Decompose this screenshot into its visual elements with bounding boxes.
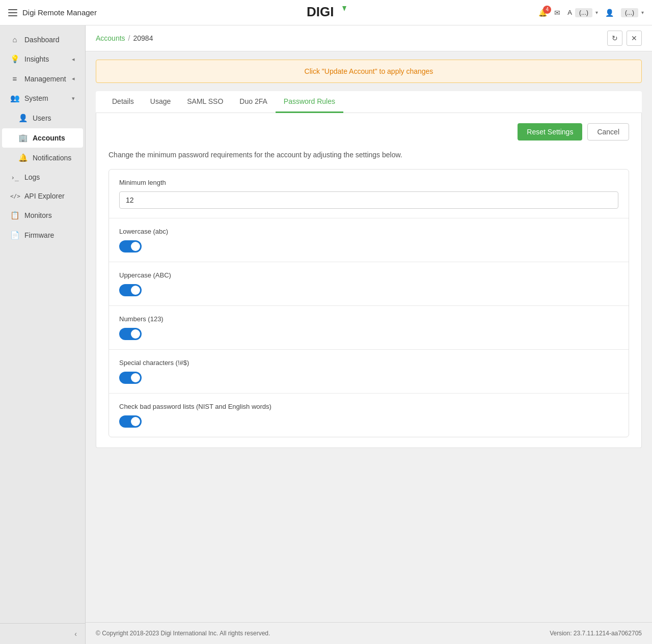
account-dropdown[interactable]: (...) xyxy=(575,8,592,17)
tab-usage[interactable]: Usage xyxy=(142,91,179,113)
notification-badge: 4 xyxy=(543,6,551,14)
account-initial: A xyxy=(567,9,572,16)
header-right: 🔔 4 ✉ A (...) ▾ 👤 (...) ▾ xyxy=(538,8,644,17)
sidebar-item-logs[interactable]: ›_ Logs xyxy=(2,168,83,186)
tab-details[interactable]: Details xyxy=(104,91,142,113)
footer-copyright: © Copyright 2018-2023 Digi International… xyxy=(96,630,270,637)
refresh-button[interactable]: ↻ xyxy=(607,31,622,46)
update-banner: Click "Update Account" to apply changes xyxy=(96,60,642,83)
sidebar-label-dashboard: Dashboard xyxy=(24,36,60,44)
user-name[interactable]: (...) xyxy=(621,8,638,17)
menu-icon[interactable] xyxy=(8,9,17,16)
firmware-icon: 📄 xyxy=(10,231,19,240)
numbers-label: Numbers (123) xyxy=(119,315,618,323)
uppercase-slider xyxy=(119,284,142,296)
uppercase-label: Uppercase (ABC) xyxy=(119,271,618,279)
sidebar-item-firmware[interactable]: 📄 Firmware xyxy=(2,226,83,245)
user-profile-icon[interactable]: 👤 xyxy=(605,9,614,17)
tab-duo-2fa[interactable]: Duo 2FA xyxy=(231,91,275,113)
notifications-bell-icon[interactable]: 🔔 4 xyxy=(538,9,547,17)
setting-lowercase: Lowercase (abc) xyxy=(109,218,629,262)
special-chars-toggle[interactable] xyxy=(119,372,142,384)
sidebar-item-management[interactable]: ≡ Management ◂ xyxy=(2,69,83,88)
sidebar-item-monitors[interactable]: 📋 Monitors xyxy=(2,206,83,225)
tab-password-rules[interactable]: Password Rules xyxy=(276,91,343,113)
reset-settings-button[interactable]: Reset Settings xyxy=(518,123,582,141)
system-arrow-icon: ▾ xyxy=(72,95,75,102)
action-row: Reset Settings Cancel xyxy=(108,123,629,141)
close-button[interactable]: ✕ xyxy=(627,31,642,46)
numbers-toggle[interactable] xyxy=(119,328,142,340)
sidebar-item-insights[interactable]: 💡 Insights ◂ xyxy=(2,49,83,69)
collapse-icon: ‹ xyxy=(74,630,77,638)
setting-special-chars: Special characters (!#$) xyxy=(109,350,629,394)
lowercase-toggle[interactable] xyxy=(119,240,142,253)
sidebar: ⌂ Dashboard 💡 Insights ◂ ≡ Management ◂ … xyxy=(0,25,86,644)
setting-min-length: Minimum length xyxy=(109,170,629,218)
insights-icon: 💡 xyxy=(10,54,19,64)
sidebar-item-accounts[interactable]: 🏢 Accounts xyxy=(2,128,83,148)
breadcrumb-current-page: 20984 xyxy=(133,34,153,42)
account-selector[interactable]: A (...) ▾ xyxy=(567,8,598,17)
breadcrumb-accounts-link[interactable]: Accounts xyxy=(96,34,125,42)
min-length-input[interactable] xyxy=(119,191,618,209)
sidebar-label-monitors: Monitors xyxy=(24,211,52,219)
bad-password-slider xyxy=(119,415,142,428)
svg-text:DIGI: DIGI xyxy=(307,4,334,19)
sidebar-item-api-explorer[interactable]: </> API Explorer xyxy=(2,187,83,205)
logo: DIGI xyxy=(306,4,346,21)
account-chevron-icon: ▾ xyxy=(595,10,598,15)
sidebar-label-insights: Insights xyxy=(24,55,49,63)
lowercase-label: Lowercase (abc) xyxy=(119,228,618,235)
monitors-icon: 📋 xyxy=(10,211,19,220)
banner-text: Click "Update Account" to apply changes xyxy=(305,67,433,75)
logs-icon: ›_ xyxy=(10,174,19,181)
setting-uppercase: Uppercase (ABC) xyxy=(109,262,629,306)
footer-version: Version: 23.7.11.1214-aa7062705 xyxy=(550,630,642,637)
sidebar-label-firmware: Firmware xyxy=(24,231,54,239)
bad-password-label: Check bad password lists (NIST and Engli… xyxy=(119,403,618,410)
sidebar-item-notifications[interactable]: 🔔 Notifications xyxy=(2,148,83,167)
setting-bad-password: Check bad password lists (NIST and Engli… xyxy=(109,394,629,437)
sidebar-item-system[interactable]: 👥 System ▾ xyxy=(2,89,83,108)
insights-arrow-icon: ◂ xyxy=(72,56,75,63)
mail-icon[interactable]: ✉ xyxy=(554,9,560,17)
main-layout: ⌂ Dashboard 💡 Insights ◂ ≡ Management ◂ … xyxy=(0,25,652,644)
dashboard-icon: ⌂ xyxy=(10,35,19,44)
tab-saml-sso[interactable]: SAML SSO xyxy=(179,91,231,113)
sidebar-label-logs: Logs xyxy=(24,173,40,181)
system-icon: 👥 xyxy=(10,94,19,103)
svg-marker-1 xyxy=(342,6,346,11)
sidebar-item-dashboard[interactable]: ⌂ Dashboard xyxy=(2,30,83,49)
management-icon: ≡ xyxy=(10,74,19,83)
sidebar-label-api-explorer: API Explorer xyxy=(24,192,65,200)
cancel-button[interactable]: Cancel xyxy=(587,123,629,141)
lowercase-slider xyxy=(119,240,142,253)
sidebar-label-system: System xyxy=(24,94,48,102)
bad-password-toggle[interactable] xyxy=(119,415,142,428)
sidebar-label-accounts: Accounts xyxy=(33,134,65,142)
tabs-bar: Details Usage SAML SSO Duo 2FA Password … xyxy=(96,91,642,113)
user-chevron-icon: ▾ xyxy=(641,10,644,15)
breadcrumb-separator: / xyxy=(128,34,130,42)
sidebar-label-management: Management xyxy=(24,75,66,83)
sidebar-item-users[interactable]: 👤 Users xyxy=(2,108,83,128)
top-header: Digi Remote Manager DIGI 🔔 4 ✉ A (...) ▾… xyxy=(0,0,652,25)
sidebar-collapse-btn[interactable]: ‹ xyxy=(0,623,85,644)
users-icon: 👤 xyxy=(18,114,28,123)
user-account-dropdown[interactable]: (...) ▾ xyxy=(621,8,644,17)
breadcrumb: Accounts / 20984 ↻ ✕ xyxy=(86,25,652,51)
description-text: Change the minimum password requirements… xyxy=(108,151,629,159)
content-area: Accounts / 20984 ↻ ✕ Click "Update Accou… xyxy=(86,25,652,644)
page-footer: © Copyright 2018-2023 Digi International… xyxy=(86,622,652,644)
form-panel: Reset Settings Cancel Change the minimum… xyxy=(96,113,642,448)
app-name: Digi Remote Manager xyxy=(22,8,97,17)
sidebar-label-users: Users xyxy=(33,114,51,122)
sidebar-nav: ⌂ Dashboard 💡 Insights ◂ ≡ Management ◂ … xyxy=(0,25,85,623)
management-arrow-icon: ◂ xyxy=(72,75,75,82)
uppercase-toggle[interactable] xyxy=(119,284,142,296)
numbers-slider xyxy=(119,328,142,340)
min-length-label: Minimum length xyxy=(119,179,618,186)
setting-numbers: Numbers (123) xyxy=(109,306,629,350)
notifications-icon: 🔔 xyxy=(18,153,28,162)
